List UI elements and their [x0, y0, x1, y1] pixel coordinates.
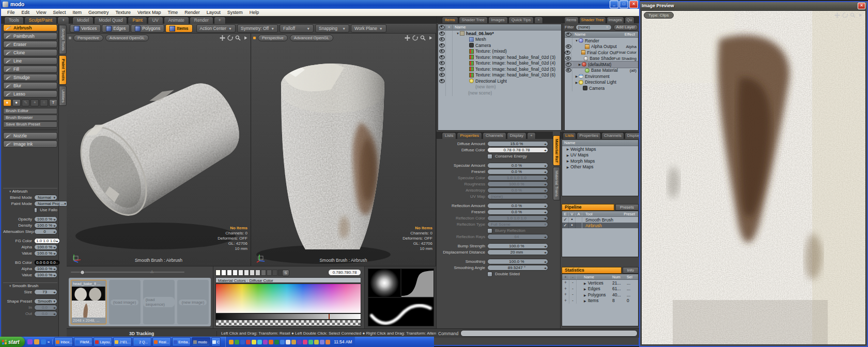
- statistics-row[interactable]: + - ▶Edges 61... ...: [562, 286, 638, 292]
- panel-tab[interactable]: Channels: [601, 132, 624, 139]
- close-button[interactable]: ✕: [629, 1, 638, 8]
- spinner-icon[interactable]: ◂▸: [53, 312, 55, 316]
- sidebar-vertical-tab[interactable]: Sculpt Tools: [59, 25, 67, 54]
- visibility-cell[interactable]: [565, 38, 572, 44]
- clip-slot[interactable]: (load sequence): [143, 280, 175, 324]
- color-swatch[interactable]: [221, 270, 226, 276]
- shader-tree-row[interactable]: Alpha Output Alpha: [565, 44, 638, 50]
- task-button[interactable]: C: [211, 337, 221, 346]
- select-add-button[interactable]: +: [562, 292, 569, 298]
- preview-viewport[interactable]: Type: Clips: [641, 10, 866, 345]
- spinner-icon[interactable]: ◂▸: [544, 204, 546, 208]
- color-swatch[interactable]: [272, 270, 277, 276]
- tool-button[interactable]: Line: [3, 57, 57, 65]
- map-list-row[interactable]: ▶ UV Maps: [562, 152, 638, 159]
- statistics-row[interactable]: + - ▶Vertices 21... ...: [562, 280, 638, 286]
- zoom-icon[interactable]: [235, 35, 241, 41]
- item-tree-row[interactable]: Camera: [438, 42, 561, 49]
- item-tree-row[interactable]: Texture: Image: head_bake_final_02d (5): [438, 66, 561, 72]
- tray-icon[interactable]: [303, 340, 307, 344]
- value-field[interactable]: 0.0 % ◂▸ ▾: [487, 163, 548, 168]
- select-remove-button[interactable]: -: [569, 286, 577, 292]
- workspace-tab[interactable]: UV: [148, 17, 163, 24]
- value-field[interactable]: 15.0 % ◂▸ ▾: [487, 141, 548, 147]
- select-add-button[interactable]: +: [562, 286, 569, 292]
- panel-tab[interactable]: Shader Tree: [579, 17, 606, 23]
- value-field[interactable]: 1.0 1.0 1.0 ◂▸ ▾: [487, 215, 548, 221]
- eye-icon[interactable]: [566, 44, 571, 49]
- spinner-icon[interactable]: ◂▸: [544, 148, 546, 152]
- expand-arrow-icon[interactable]: ▶: [565, 159, 570, 163]
- swatch-settings-button[interactable]: S: [282, 270, 289, 276]
- value-field[interactable]: 0.0 % ◂▸ ▾: [487, 187, 548, 193]
- eye-icon[interactable]: [439, 31, 445, 36]
- window-titlebar[interactable]: modo _ □ ✕: [1, 0, 640, 9]
- quick-launch-icon[interactable]: [41, 339, 46, 344]
- value-field[interactable]: 20 mm ◂▸ ▾: [487, 249, 548, 255]
- enabled-check[interactable]: ✓: [562, 223, 569, 228]
- spinner-icon[interactable]: ◂▸: [544, 188, 546, 192]
- eye-icon[interactable]: [566, 68, 571, 72]
- panel-tab[interactable]: Lists: [442, 132, 456, 139]
- panel-tab[interactable]: Images: [607, 17, 624, 23]
- pipeline-header[interactable]: Pipeline: [562, 204, 614, 211]
- orbit-icon[interactable]: [842, 12, 848, 18]
- renderer-button[interactable]: Advanced OpenGL: [290, 35, 333, 41]
- slider-handle[interactable]: [80, 270, 85, 275]
- value-field[interactable]: 100.0 % ◂▸ ▾: [34, 216, 57, 222]
- value-field[interactable]: 0.0 % ◂▸ ▾: [487, 209, 548, 215]
- shader-tree-row[interactable]: Base Shader Full Shading: [565, 56, 638, 62]
- brush-tip-mode-button[interactable]: ●: [12, 99, 21, 106]
- expand-arrow-icon[interactable]: ▶: [565, 153, 570, 157]
- component-mode-button[interactable]: Edges: [102, 24, 130, 33]
- spinner-icon[interactable]: ◂▸: [544, 266, 546, 270]
- item-tree-row[interactable]: (new item): [438, 84, 561, 90]
- sidebar-vertical-tab[interactable]: Utilities: [59, 86, 67, 106]
- tray-icon[interactable]: [286, 340, 290, 344]
- value-field[interactable]: Smooth ◂▸ ▾: [34, 298, 57, 304]
- pan-icon[interactable]: [405, 35, 410, 41]
- color-swatch[interactable]: [215, 270, 221, 276]
- spinner-icon[interactable]: ◂▸: [544, 260, 546, 263]
- visibility-cell[interactable]: [565, 85, 572, 91]
- clip-slot[interactable]: (new image): [177, 280, 209, 324]
- toolbar-dropdown[interactable]: Symmetry: Off ▼: [237, 24, 278, 33]
- pipeline-row[interactable]: ✓ • Airbrush: [562, 223, 638, 228]
- value-field[interactable]: 100.0 % ◂▸ ▾: [34, 266, 57, 272]
- spinner-icon[interactable]: ◂▸: [56, 261, 58, 264]
- orbit-icon[interactable]: [412, 35, 418, 41]
- menu-item[interactable]: Geometry: [85, 10, 112, 15]
- statistics-row[interactable]: + - ▶Polygons 40... ...: [562, 292, 638, 298]
- statistics-row[interactable]: + - ▶Items 8 0: [562, 298, 638, 304]
- tray-icon[interactable]: [274, 340, 279, 344]
- color-swatch[interactable]: [233, 270, 238, 276]
- menu-item[interactable]: Time: [164, 10, 181, 15]
- item-tree-row[interactable]: Texture: Image: head_bake_final_02d (4): [438, 60, 561, 67]
- value-field[interactable]: 0.0 0.0 0.0 ◂▸ ▾: [34, 260, 60, 265]
- color-swatch[interactable]: [267, 270, 272, 276]
- brush-link-button[interactable]: Brush Browser: [3, 115, 57, 121]
- toolbar-dropdown[interactable]: Snapping ▼: [315, 24, 349, 33]
- spinner-icon[interactable]: ◂▸: [53, 251, 55, 255]
- tool-button[interactable]: Smudge: [3, 74, 57, 81]
- minimize-button[interactable]: _: [610, 1, 618, 8]
- item-tree-row[interactable]: Mesh: [438, 37, 561, 43]
- tray-icon[interactable]: [314, 340, 319, 344]
- select-add-button[interactable]: +: [562, 280, 569, 286]
- brush-tip-mode-button[interactable]: ✎: [22, 99, 30, 106]
- menu-item[interactable]: Help: [246, 10, 262, 15]
- value-field[interactable]: 100.0 % ◂▸ ▾: [34, 250, 57, 256]
- expand-arrow-icon[interactable]: ▼: [575, 39, 579, 42]
- spinner-icon[interactable]: ◂▸: [544, 210, 546, 214]
- visibility-cell[interactable]: [438, 66, 446, 72]
- menu-item[interactable]: File: [4, 10, 18, 15]
- checkbox[interactable]: [487, 272, 492, 277]
- viewport-menu-icon[interactable]: [428, 35, 433, 41]
- tray-icon[interactable]: [257, 340, 262, 344]
- orbit-icon[interactable]: [227, 35, 233, 41]
- expand-arrow-icon[interactable]: ▶: [584, 288, 586, 291]
- value-marker[interactable]: [329, 314, 330, 319]
- tray-icon[interactable]: [326, 340, 330, 344]
- menu-item[interactable]: Layout: [204, 10, 224, 15]
- eye-icon[interactable]: [439, 55, 445, 59]
